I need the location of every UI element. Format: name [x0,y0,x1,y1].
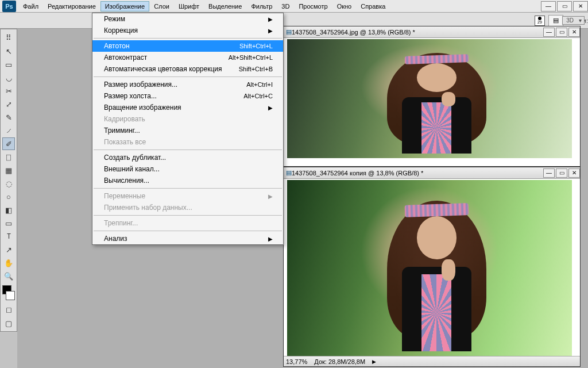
menu-файл[interactable]: Файл [18,1,43,12]
menuitem-коррекция[interactable]: Коррекция▶ [92,25,283,36]
menu-редактирование[interactable]: Редактирование [43,1,100,12]
tool-6[interactable]: ⟋ [2,124,15,137]
submenu-icon: ▶ [268,28,273,34]
app-logo: Ps [2,1,16,12]
menu-окно[interactable]: Окно [332,1,357,12]
close-button[interactable]: ✕ [573,1,588,12]
grip-icon: ⠿ [2,31,15,44]
quickmask-icon[interactable]: ◻ [2,303,15,316]
tool-7[interactable]: ✐ [2,137,15,150]
menuitem-создать-дубликат-[interactable]: Создать дубликат... [92,152,283,163]
doc-restore-button[interactable]: ▭ [556,28,567,37]
menuitem-размер-изображения-[interactable]: Размер изображения...Alt+Ctrl+I [92,79,283,90]
tool-3[interactable]: ✂ [2,85,15,97]
menu-выделение[interactable]: Выделение [204,1,246,12]
tool-5[interactable]: ✎ [2,111,15,124]
tool-16[interactable]: ✋ [2,256,15,269]
menu-справка[interactable]: Справка [356,1,390,12]
menu-слои[interactable]: Слои [149,1,174,12]
menu-изображение[interactable]: Изображение [100,1,149,12]
submenu-icon: ▶ [268,236,273,242]
menu-separator [94,231,282,231]
menu-separator [94,38,282,39]
minimize-button[interactable]: — [541,1,556,12]
document-status-bar: 13,77% Док: 28,8М/28,8М ▶ [284,356,580,366]
menuitem-размер-холста-[interactable]: Размер холста...Alt+Ctrl+C [92,90,283,102]
menuitem-режим[interactable]: Режим▶ [92,13,283,25]
document-title: 1437508_34752964 копия @ 13,8% (RGB/8) * [292,170,423,177]
tool-11[interactable]: ○ [2,190,15,203]
window-controls: — ▭ ✕ [540,1,588,12]
submenu-icon: ▶ [268,105,273,111]
doc-restore-button[interactable]: ▭ [556,168,567,178]
menu-3d[interactable]: 3D [277,1,294,12]
restore-button[interactable]: ▭ [557,1,572,12]
doc-minimize-button[interactable]: — [543,28,555,37]
background-swatch[interactable] [6,291,15,300]
submenu-icon: ▶ [268,193,273,200]
tool-1[interactable]: ▭ [2,58,15,71]
tool-8[interactable]: ⎕ [2,151,15,163]
menuitem-показать-все: Показать все [92,136,283,148]
tool-15[interactable]: ↗ [2,243,15,256]
menu-separator [94,188,282,189]
menuitem-вычисления-[interactable]: Вычисления... [92,175,283,186]
doc-size: Док: 28,8М/28,8М [314,358,365,365]
status-menu-icon[interactable]: ▶ [372,359,376,365]
menu-separator [94,215,282,216]
document-titlebar[interactable]: ▤ 1437508_34752964 копия @ 13,8% (RGB/8)… [284,167,580,179]
panel-hint-3d[interactable]: 3D [562,16,585,25]
menu-просмотр[interactable]: Просмотр [294,1,332,12]
menuitem-переменные: Переменные▶ [92,190,283,202]
toolbox: ⠿ ↖▭◡✂⤢✎⟋✐⎕▦◌○◧▭Ｔ↗✋🔍 ◻ ▢ [0,29,17,332]
menuitem-автотон[interactable]: АвтотонShift+Ctrl+L [92,40,283,52]
color-swatches[interactable] [2,285,15,300]
menuitem-анализ[interactable]: Анализ▶ [92,233,283,244]
document-window-1[interactable]: ▤ 1437508_34752964.jpg @ 13,8% (RGB/8) *… [283,26,581,167]
menuitem-внешний-канал-[interactable]: Внешний канал... [92,163,283,175]
document-window-2[interactable]: ▤ 1437508_34752964 копия @ 13,8% (RGB/8)… [283,167,581,367]
tool-0[interactable]: ↖ [2,45,15,57]
document-titlebar[interactable]: ▤ 1437508_34752964.jpg @ 13,8% (RGB/8) *… [284,26,580,38]
menuitem-треппинг-: Треппинг... [92,217,283,229]
menuitem-применить-набор-данных-: Применить набор данных... [92,202,283,213]
tool-10[interactable]: ◌ [2,177,15,190]
doc-close-button[interactable]: ✕ [568,28,580,37]
menu-фильтр[interactable]: Фильтр [246,1,277,12]
brush-preview[interactable]: 29 [535,16,545,26]
doc-close-button[interactable]: ✕ [568,168,580,178]
brush-panel-icon[interactable]: ▤ [548,15,563,26]
doc-minimize-button[interactable]: — [543,168,555,178]
screenmode-icon[interactable]: ▢ [2,317,15,329]
zoom-value[interactable]: 13,77% [286,358,307,365]
menu-separator [94,76,282,77]
document-canvas[interactable] [287,180,572,358]
menuitem-тримминг-[interactable]: Тримминг... [92,125,283,136]
tool-17[interactable]: 🔍 [2,270,15,282]
submenu-icon: ▶ [268,16,273,22]
menuitem-кадрировать: Кадрировать [92,113,283,125]
tool-12[interactable]: ◧ [2,204,15,216]
tool-2[interactable]: ◡ [2,71,15,84]
tool-14[interactable]: Ｔ [2,230,15,243]
document-title: 1437508_34752964.jpg @ 13,8% (RGB/8) * [292,29,415,36]
tool-9[interactable]: ▦ [2,164,15,177]
menuitem-автоконтраст[interactable]: АвтоконтрастAlt+Shift+Ctrl+L [92,52,283,63]
menuitem-автоматическая-цветовая-коррекция[interactable]: Автоматическая цветовая коррекцияShift+C… [92,63,283,75]
tool-4[interactable]: ⤢ [2,98,15,110]
menuitem-вращение-изображения[interactable]: Вращение изображения▶ [92,102,283,113]
menu-separator [94,150,282,150]
menubar: Ps ФайлРедактированиеИзображениеСлоиШриф… [0,0,588,13]
image-menu-dropdown: Режим▶Коррекция▶АвтотонShift+Ctrl+LАвток… [92,13,284,245]
menu-шрифт[interactable]: Шрифт [174,1,204,12]
document-canvas[interactable] [287,39,572,158]
tool-13[interactable]: ▭ [2,217,15,229]
